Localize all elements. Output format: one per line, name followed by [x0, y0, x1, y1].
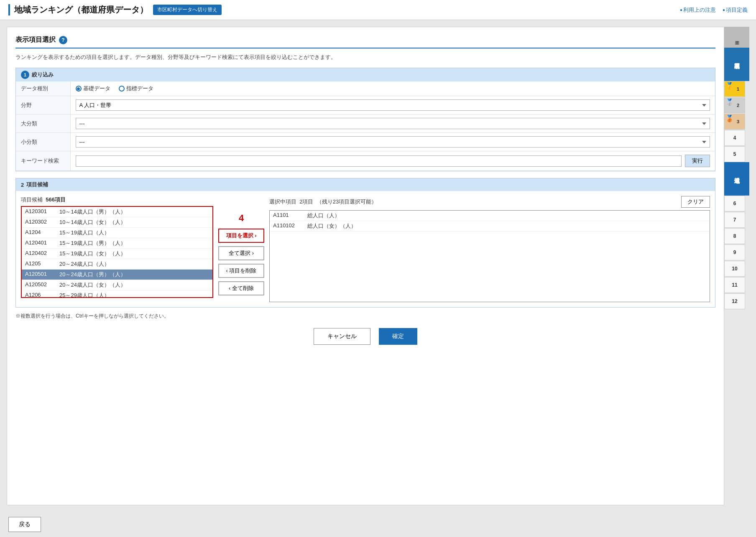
small-class-row: 小分類 ---: [16, 133, 715, 151]
filter-section: 1 絞り込み データ種別 基礎データ: [15, 68, 715, 171]
item-code: A1206: [25, 292, 54, 298]
filter-section-title: 絞り込み: [32, 71, 54, 79]
rank-item-12[interactable]: 12: [724, 293, 745, 309]
category-cell: A 人口・世帯: [70, 96, 715, 115]
rank-side-items: 🥇 1 🥈 2 🥉 3 4 5: [724, 81, 749, 162]
remove-item-button[interactable]: ‹ 項目を削除: [218, 264, 264, 278]
sidebar-tab-display[interactable]: 表示項目選択 ‹: [724, 48, 749, 81]
cancel-button[interactable]: キャンセル: [314, 328, 370, 345]
rank-item-8[interactable]: 8: [724, 228, 745, 244]
item-code: A120502: [25, 281, 54, 289]
content-area: 表示項目選択 ? ランキングを表示するための項目を選択します。データ種別、分野等…: [7, 27, 724, 505]
item-code: A120401: [25, 239, 54, 247]
data-type-cell: 基礎データ 指標データ: [70, 81, 715, 96]
filter-num-badge: 1: [21, 71, 29, 79]
category-label: 分野: [16, 96, 70, 115]
rank-item-1[interactable]: 🥇 1: [724, 81, 745, 97]
list-item[interactable]: A1204 15～19歳人口（人）: [22, 228, 212, 238]
data-type-row: データ種別 基礎データ 指標データ: [16, 81, 715, 96]
list-item[interactable]: A1205 20～24歳人口（人）: [22, 259, 212, 270]
radio-base[interactable]: 基礎データ: [76, 85, 110, 92]
back-button[interactable]: 戻る: [8, 517, 41, 532]
items-section-title: 項目候補: [26, 181, 48, 188]
item-code: A120302: [25, 219, 54, 226]
exec-button[interactable]: 実行: [685, 155, 710, 167]
keyword-cell: 実行: [70, 151, 715, 171]
section-title: 表示項目選択: [15, 36, 56, 44]
description-text: ランキングを表示するための項目を選択します。データ種別、分野等及びキーワード検索…: [15, 53, 715, 61]
tab2-chevron: ›: [736, 175, 738, 184]
survey-year-label: 調査年: [724, 27, 749, 48]
list-item[interactable]: A120502 20～24歳人口（女）（人）: [22, 280, 212, 290]
item-name: 15～19歳人口（人）: [59, 229, 110, 237]
rank-item-4[interactable]: 4: [724, 130, 745, 146]
list-item[interactable]: A120301 10～14歳人口（男）（人）: [22, 207, 212, 217]
list-header: 項目候補 566項目: [21, 196, 213, 204]
keyword-input[interactable]: [76, 155, 682, 167]
list-item-selected[interactable]: A120501 20～24歳人口（男）（人）: [22, 270, 212, 280]
header: 地域ランキング（都道府県データ） 市区町村データへ切り替え 利用上の注意 項目定…: [0, 0, 756, 20]
clear-button[interactable]: クリア: [681, 196, 710, 208]
page-wrapper: 地域ランキング（都道府県データ） 市区町村データへ切り替え 利用上の注意 項目定…: [0, 0, 756, 537]
rank-item-10[interactable]: 10: [724, 261, 745, 277]
filter-section-header: 1 絞り込み: [16, 68, 715, 81]
list-item[interactable]: A1206 25～29歳人口（人）: [22, 290, 212, 298]
rank-item-6[interactable]: 6: [724, 196, 745, 211]
small-class-label: 小分類: [16, 133, 70, 151]
selected-count-text: 選択中項目 2項目 （残り23項目選択可能）: [269, 198, 377, 206]
list-item[interactable]: A120402 15～19歳人口（女）（人）: [22, 249, 212, 259]
item-code: A1204: [25, 229, 54, 237]
list-item[interactable]: A120302 10～14歳人口（女）（人）: [22, 217, 212, 228]
radio-base-dot: [76, 86, 82, 92]
section-header: 表示項目選択 ?: [15, 36, 715, 48]
item-listbox[interactable]: A120301 10～14歳人口（男）（人） A120302 10～14歳人口（…: [21, 206, 213, 298]
data-type-label: データ種別: [16, 81, 70, 96]
rank-7-num: 7: [733, 217, 736, 223]
confirm-button[interactable]: 確定: [379, 328, 417, 345]
rank-10-num: 10: [732, 266, 737, 272]
category-select[interactable]: A 人口・世帯: [76, 99, 710, 111]
header-right: 利用上の注意 項目定義: [680, 6, 748, 14]
large-class-select[interactable]: ---: [76, 118, 710, 129]
selected-list-item[interactable]: A1101 総人口（人）: [270, 211, 710, 221]
selected-item-name: 総人口（女）（人）: [307, 222, 356, 230]
item-code: A120501: [25, 271, 54, 278]
right-remaining: （残り23項目選択可能）: [317, 199, 377, 205]
center-buttons: 4 項目を選択 › 全て選択 › ‹ 項目を削除 ‹ 全て削除: [213, 196, 269, 295]
radio-index[interactable]: 指標データ: [119, 85, 153, 92]
select-all-button[interactable]: 全て選択 ›: [218, 246, 264, 260]
notice-link[interactable]: 利用上の注意: [680, 6, 716, 14]
medal-2-icon: 🥈: [725, 98, 734, 106]
right-header-label: 選択中項目: [269, 199, 296, 205]
remove-all-button[interactable]: ‹ 全て削除: [218, 281, 264, 295]
rank-3-num: 3: [737, 119, 739, 124]
selected-item-code: A1101: [273, 212, 302, 219]
rank-item-3[interactable]: 🥉 3: [724, 114, 745, 130]
large-class-cell: ---: [70, 115, 715, 133]
list-count: 566項目: [46, 196, 66, 203]
definition-link[interactable]: 項目定義: [723, 6, 748, 14]
help-icon[interactable]: ?: [59, 36, 67, 44]
rank-6-num: 6: [733, 201, 736, 206]
rank-item-7[interactable]: 7: [724, 212, 745, 228]
right-list-header: 選択中項目 2項目 （残り23項目選択可能） クリア: [269, 196, 710, 208]
small-class-select[interactable]: ---: [76, 136, 710, 148]
item-code: A120402: [25, 250, 54, 257]
rank-8-num: 8: [733, 233, 736, 239]
rank-item-11[interactable]: 11: [724, 277, 745, 293]
selected-listbox[interactable]: A1101 総人口（人） A110102 総人口（女）（人）: [269, 210, 710, 302]
list-item[interactable]: A120401 15～19歳人口（男）（人）: [22, 238, 212, 249]
select-item-button[interactable]: 項目を選択 ›: [218, 229, 264, 243]
rank-2-num: 2: [737, 103, 739, 108]
item-name: 20～24歳人口（女）（人）: [59, 281, 126, 289]
sidebar-tab-region[interactable]: 地域選択 ›: [724, 162, 749, 196]
rank-item-5[interactable]: 5: [724, 146, 745, 162]
rank-1-num: 1: [737, 87, 739, 92]
items-section: 2 項目候補 項目候補 566項目 A120301 10～14歳人口（: [15, 178, 715, 308]
rank-11-num: 11: [732, 282, 737, 288]
keyword-label: キーワード検索: [16, 151, 70, 171]
rank-item-9[interactable]: 9: [724, 244, 745, 260]
selected-list-item[interactable]: A110102 総人口（女）（人）: [270, 221, 710, 232]
switch-data-button[interactable]: 市区町村データへ切り替え: [153, 5, 222, 15]
rank-item-2[interactable]: 🥈 2: [724, 97, 745, 113]
